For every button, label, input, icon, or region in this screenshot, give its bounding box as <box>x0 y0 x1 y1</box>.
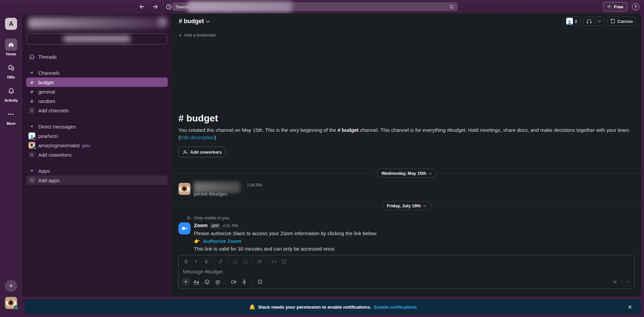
threads-icon <box>28 53 36 60</box>
history-back-icon[interactable] <box>138 2 146 11</box>
create-new-button[interactable]: + <box>5 280 17 292</box>
plus-icon: + <box>28 151 36 158</box>
message-input[interactable]: Message #budget <box>179 267 634 276</box>
slash-commands-icon[interactable] <box>255 277 265 286</box>
mention-icon[interactable]: @ <box>213 277 222 286</box>
link-icon[interactable] <box>216 257 225 266</box>
add-coworkers-button[interactable]: Add coworkers <box>178 147 226 157</box>
show-formatting-icon[interactable]: Aa <box>192 277 201 286</box>
canvas-button[interactable]: Canvas <box>607 16 636 26</box>
strikethrough-icon[interactable]: S <box>202 257 211 266</box>
close-icon[interactable]: ✕ <box>626 303 634 311</box>
dms-icon <box>5 62 17 74</box>
app-badge: APP <box>210 223 220 228</box>
attach-plus-button[interactable]: + <box>181 277 190 286</box>
search-query-blurred <box>188 1 292 12</box>
workspace-window: Threads Channels # budget # general # ra… <box>22 13 641 297</box>
sidebar-item-threads[interactable]: Threads <box>26 52 168 61</box>
rail-item-activity[interactable]: Activity <box>4 85 18 102</box>
add-channels-button[interactable]: + Add channels <box>26 106 168 115</box>
audio-clip-icon[interactable] <box>239 277 249 286</box>
schedule-send-chevron[interactable] <box>626 277 632 286</box>
workspace-name-blurred[interactable] <box>28 17 166 29</box>
edit-description-link[interactable]: Edit description <box>180 135 215 140</box>
add-apps-button[interactable]: + Add apps <box>26 175 168 185</box>
left-rail: A Home DMs Activity <box>0 13 22 317</box>
sidebar-header-button-blurred[interactable] <box>26 33 167 45</box>
svg-text:2: 2 <box>233 262 234 264</box>
bold-icon[interactable]: B <box>181 257 191 266</box>
date-pill-button[interactable]: Friday, July 19th <box>382 201 431 210</box>
blockquote-icon[interactable] <box>255 257 264 266</box>
dms-section-header[interactable]: Direct messages <box>26 122 168 131</box>
channel-intro-text: You created this channel on May 15th. Th… <box>178 126 635 141</box>
bell-emoji-icon: 🔔 <box>249 304 256 310</box>
apps-header-label: Apps <box>38 168 50 174</box>
emoji-icon[interactable] <box>202 277 212 286</box>
dm-avatar-person <box>28 132 36 140</box>
sidebar-item-channel-random[interactable]: # random <box>26 96 168 106</box>
message-text: This link is valid for 30 minutes and ca… <box>194 246 635 252</box>
video-clip-icon[interactable] <box>229 277 238 286</box>
code-block-icon[interactable] <box>279 257 289 266</box>
channel-label: random <box>38 98 55 104</box>
workspace-avatar[interactable]: A <box>5 18 17 30</box>
date-pill-button[interactable]: Wednesday, May 15th <box>377 169 436 178</box>
sidebar-item-dm-pearlvcci[interactable]: pearlvcci <box>26 131 168 141</box>
profile-avatar[interactable]: z <box>5 297 17 309</box>
message-avatar[interactable] <box>178 183 191 195</box>
dms-header-label: Direct messages <box>38 124 76 129</box>
plus-icon: + <box>28 107 36 114</box>
members-button[interactable]: 2 <box>563 16 580 26</box>
bullet-list-icon[interactable] <box>240 257 250 266</box>
inline-code-icon[interactable] <box>269 257 279 266</box>
message-sender[interactable]: Zoom <box>194 222 208 228</box>
search-input[interactable]: Search <box>172 2 458 11</box>
rail-item-dms[interactable]: DMs <box>5 62 17 79</box>
huddle-chevron-icon[interactable] <box>598 20 601 22</box>
free-label: Free <box>614 4 623 9</box>
authorize-zoom-link[interactable]: Authorize Zoom <box>203 238 241 244</box>
help-icon[interactable]: ? <box>632 3 639 10</box>
huddle-button[interactable] <box>583 16 604 26</box>
compose-button-blurred[interactable] <box>158 17 167 26</box>
channel-pane: # budget 2 <box>172 13 641 297</box>
history-forward-icon[interactable] <box>151 2 160 11</box>
rail-item-more[interactable]: ••• More <box>5 108 17 125</box>
banner-text: Slack needs your permission to enable no… <box>258 305 371 310</box>
channels-section-header[interactable]: Channels <box>26 68 168 77</box>
hash-icon: # <box>28 78 36 86</box>
channel-title-button[interactable]: # budget <box>177 17 212 26</box>
threads-label: Threads <box>38 54 57 60</box>
ordered-list-icon[interactable]: 12 <box>230 257 240 266</box>
sidebar: Threads Channels # budget # general # ra… <box>22 13 172 297</box>
dm-label: amazingminimalist <box>38 143 79 148</box>
hash-icon: # <box>28 97 36 105</box>
sidebar-item-channel-budget[interactable]: # budget <box>26 77 168 87</box>
dm-avatar-eye: z <box>28 142 36 149</box>
channel-label: budget <box>38 80 54 85</box>
add-apps-label: Add apps <box>38 177 59 183</box>
italic-icon[interactable]: I <box>192 257 201 266</box>
enable-notifications-link[interactable]: Enable notifications <box>374 305 417 310</box>
rail-item-home[interactable]: Home <box>5 39 17 56</box>
channel-label: general <box>38 89 55 95</box>
message-timestamp: 2:34 PM <box>247 183 262 188</box>
headphones-icon <box>586 18 592 24</box>
sidebar-item-channel-general[interactable]: # general <box>26 87 168 96</box>
add-bookmark-label: Add a bookmark <box>184 33 216 38</box>
history-clock-icon[interactable] <box>164 2 173 11</box>
add-coworkers-label: Add coworkers <box>38 152 71 158</box>
free-plan-button[interactable]: Free <box>603 2 627 11</box>
snooze-status-badge: z <box>14 306 18 310</box>
apps-section-header[interactable]: Apps <box>26 166 168 175</box>
sidebar-item-dm-amazingminimalist[interactable]: z amazingminimalist you <box>26 141 168 150</box>
add-coworkers-sidebar-button[interactable]: + Add coworkers <box>26 150 168 159</box>
add-bookmark-button[interactable]: + Add a bookmark <box>172 29 641 41</box>
send-button[interactable] <box>610 277 620 286</box>
add-coworkers-label: Add coworkers <box>190 150 222 155</box>
slack-logo-icon <box>607 4 612 9</box>
zoom-app-avatar[interactable] <box>178 222 191 234</box>
more-label: More <box>7 121 15 125</box>
message-zoom-app: Zoom APP 4:31 PM Please authorize Slack … <box>178 222 635 252</box>
